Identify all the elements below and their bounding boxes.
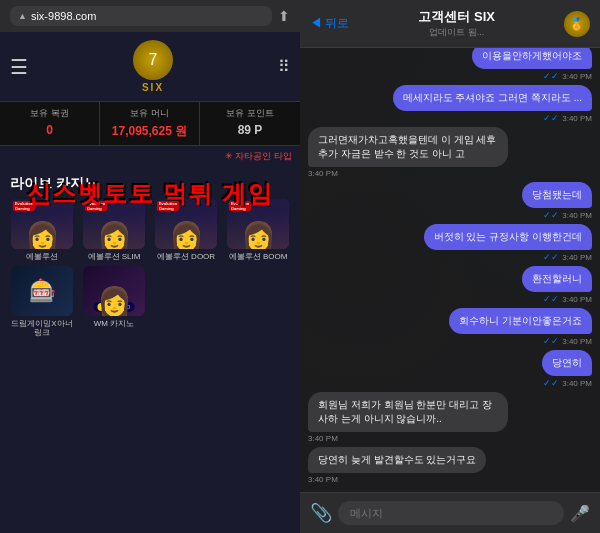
game-name-4: 에볼루션 BOOM: [229, 252, 288, 262]
message-meta: 3:40 PM: [308, 434, 338, 443]
left-panel: ▲ six-9898.com ⬆ ☰ 7 SIX ⠿ 보유 복권 0 보유 머니…: [0, 0, 300, 533]
game-thumb-wm: CASINO: [83, 266, 145, 316]
evo-logo-4: EvolutionGaming: [229, 201, 251, 211]
message-check: ✓✓: [543, 113, 559, 123]
lock-icon: ▲: [18, 11, 27, 21]
message-meta: ✓✓3:40 PM: [543, 113, 592, 123]
url-bar[interactable]: ▲ six-9898.com: [10, 6, 272, 26]
message-row: 이용을안하게했어야조✓✓3:40 PM: [308, 48, 592, 81]
message-bubble: 당연히 늦게 발견할수도 있는거구요: [308, 447, 486, 473]
message-meta: ✓✓3:40 PM: [543, 336, 592, 346]
right-panel: ◀ 뒤로 고객센터 SIX 업데이트 됨... 🏅 1500 부분에대해서는✓✓…: [300, 0, 600, 533]
message-time: 3:40 PM: [562, 253, 592, 262]
message-meta: 3:40 PM: [308, 169, 338, 178]
hamburger-menu[interactable]: ☰: [10, 57, 28, 77]
game-card-evolution4[interactable]: EvolutionGaming 에볼루션 BOOM: [224, 199, 292, 262]
stat-coupon-label: 보유 복권: [30, 107, 69, 120]
message-row: 당첨됐는데✓✓3:40 PM: [308, 182, 592, 220]
game-thumb-evolution1: EvolutionGaming: [11, 199, 73, 249]
message-bubble: 환전할러니: [522, 266, 592, 292]
message-row: 버젓히 있는 규정사항 이행한건데✓✓3:40 PM: [308, 224, 592, 262]
stat-points-value: 89 P: [238, 123, 263, 137]
grid-icon[interactable]: ⠿: [278, 57, 290, 76]
message-row: 환전할러니✓✓3:40 PM: [308, 266, 592, 304]
logo-icon: 7: [133, 40, 173, 80]
game-name-1: 에볼루션: [26, 252, 58, 262]
chat-subtitle: 업데이트 됨...: [429, 26, 484, 39]
game-thumb-dream: [11, 266, 73, 316]
site-header: ☰ 7 SIX ⠿: [0, 32, 300, 101]
game-card-evolution3[interactable]: EvolutionGaming 에볼루션 DOOR: [152, 199, 220, 262]
message-meta: ✓✓3:40 PM: [543, 378, 592, 388]
game-card-dream[interactable]: 드림게이밍X아너링크: [8, 266, 76, 338]
message-meta: ✓✓3:40 PM: [543, 294, 592, 304]
message-time: 3:40 PM: [562, 379, 592, 388]
message-check: ✓✓: [543, 210, 559, 220]
chat-messages[interactable]: 1500 부분에대해서는✓✓3:40 PM그쵸✓✓3:40 PM원금은 그러면✓…: [300, 48, 600, 492]
message-bubble: 이용을안하게했어야조: [472, 48, 592, 69]
message-bubble: 그러면재가차고혹했을텐데 이 게임 세후 추가 자금은 받수 한 것도 아니 고: [308, 127, 508, 167]
url-text: six-9898.com: [31, 10, 96, 22]
stat-money: 보유 머니 17,095,625 원: [100, 102, 200, 145]
stat-points-label: 보유 포인트: [226, 107, 274, 120]
message-bubble: 당연히: [542, 350, 592, 376]
game-name-3: 에볼루션 DOOR: [157, 252, 215, 262]
message-meta: ✓✓3:40 PM: [543, 71, 592, 81]
message-bubble: 버젓히 있는 규정사항 이행한건데: [424, 224, 592, 250]
message-time: 3:40 PM: [308, 434, 338, 443]
chat-input[interactable]: [338, 501, 564, 525]
game-thumb-evolution3: EvolutionGaming: [155, 199, 217, 249]
share-icon[interactable]: ⬆: [278, 8, 290, 24]
game-card-evolution2[interactable]: EvolutionGaming 에볼루션 SLIM: [80, 199, 148, 262]
game-card-wm[interactable]: CASINO WM 카지노: [80, 266, 148, 338]
message-check: ✓✓: [543, 336, 559, 346]
message-row: 당연히 늦게 발견할수도 있는거구요3:40 PM: [308, 447, 592, 484]
games-grid-row1: EvolutionGaming 에볼루션 EvolutionGaming 에볼루…: [0, 199, 300, 262]
stats-bar: 보유 복권 0 보유 머니 17,095,625 원 보유 포인트 89 P: [0, 101, 300, 146]
message-row: 메세지라도 주셔야죠 그러면 쪽지라도 ...✓✓3:40 PM: [308, 85, 592, 123]
stat-points: 보유 포인트 89 P: [200, 102, 300, 145]
message-check: ✓✓: [543, 252, 559, 262]
logo-area: 7 SIX: [133, 40, 173, 93]
message-check: ✓✓: [543, 294, 559, 304]
games-grid-row2: 드림게이밍X아너링크 CASINO WM 카지노: [0, 262, 300, 338]
section-casino-title: 라이브 카지노: [0, 167, 300, 199]
message-time: 3:40 PM: [562, 114, 592, 123]
message-row: 당연히✓✓3:40 PM: [308, 350, 592, 388]
message-time: 3:40 PM: [308, 169, 338, 178]
game-card-evolution1[interactable]: EvolutionGaming 에볼루션: [8, 199, 76, 262]
chat-title: 고객센터 SIX: [418, 8, 495, 26]
chat-title-area: 고객센터 SIX 업데이트 됨...: [418, 8, 495, 39]
wm-label: CASINO: [107, 304, 130, 310]
message-time: 3:40 PM: [308, 475, 338, 484]
wm-icon: [97, 303, 105, 311]
message-meta: ✓✓3:40 PM: [543, 210, 592, 220]
message-bubble: 당첨됐는데: [522, 182, 592, 208]
wm-badge: CASINO: [93, 302, 134, 312]
mic-icon[interactable]: 🎤: [570, 504, 590, 523]
chat-avatar: 🏅: [564, 11, 590, 37]
stat-money-label: 보유 머니: [130, 107, 169, 120]
evo-logo-1: EvolutionGaming: [13, 201, 35, 211]
message-row: 그러면재가차고혹했을텐데 이 게임 세후 추가 자금은 받수 한 것도 아니 고…: [308, 127, 592, 178]
message-bubble: 회수하니 기분이안좋은거죠: [449, 308, 592, 334]
game-thumb-evolution2: EvolutionGaming: [83, 199, 145, 249]
game-name-2: 에볼루션 SLIM: [88, 252, 141, 262]
game-name-dream: 드림게이밍X아너링크: [8, 319, 76, 338]
stat-coupon: 보유 복권 0: [0, 102, 100, 145]
evo-logo-2: EvolutionGaming: [85, 201, 107, 211]
message-time: 3:40 PM: [562, 295, 592, 304]
message-time: 3:40 PM: [562, 72, 592, 81]
message-meta: 3:40 PM: [308, 475, 338, 484]
stat-money-value: 17,095,625 원: [112, 123, 187, 140]
stat-coupon-value: 0: [46, 123, 53, 137]
message-row: 회원님 저희가 회원님 한분만 대리고 장사하 는게 아니지 않습니까..3:4…: [308, 392, 592, 443]
message-check: ✓✓: [543, 71, 559, 81]
evo-logo-3: EvolutionGaming: [157, 201, 179, 211]
game-thumb-evolution4: EvolutionGaming: [227, 199, 289, 249]
attach-icon[interactable]: 📎: [310, 502, 332, 524]
notice-text: ✳ 자타공인 타입: [225, 151, 292, 161]
chat-back-button[interactable]: ◀ 뒤로: [310, 15, 349, 32]
game-name-wm: WM 카지노: [94, 319, 134, 329]
message-time: 3:40 PM: [562, 211, 592, 220]
